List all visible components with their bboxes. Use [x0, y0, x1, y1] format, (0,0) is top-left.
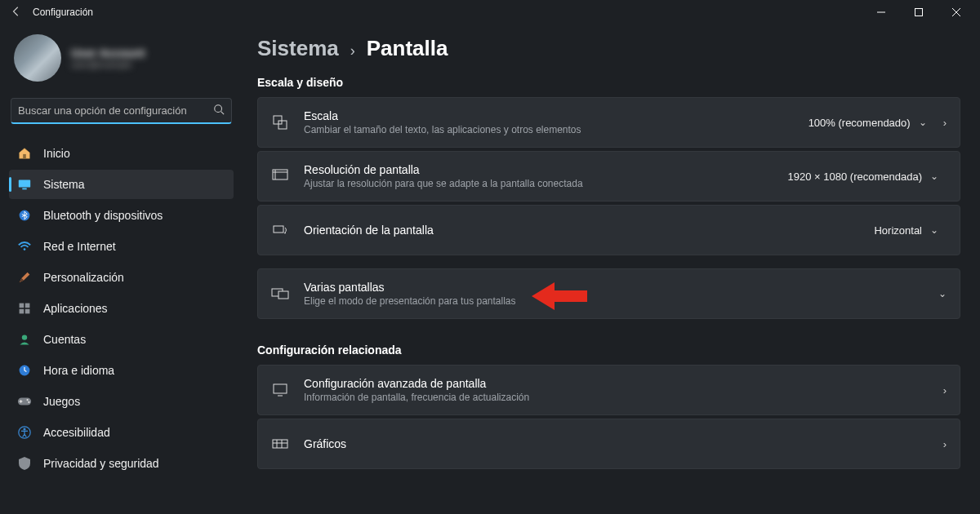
svg-rect-13	[20, 309, 24, 314]
wifi-icon	[17, 239, 32, 254]
monitor-icon	[271, 383, 289, 397]
orientation-dropdown[interactable]: Horizontal ⌄	[866, 220, 947, 241]
svg-rect-1	[915, 9, 923, 16]
section-scale-title: Escala y diseño	[257, 76, 960, 89]
brush-icon	[17, 270, 32, 285]
scale-icon	[271, 114, 289, 131]
chevron-right-icon[interactable]: ›	[943, 438, 947, 450]
svg-rect-6	[23, 154, 26, 158]
card-sub: Cambiar el tamaño del texto, las aplicac…	[304, 124, 786, 135]
svg-rect-14	[25, 309, 30, 314]
sidebar-item-time[interactable]: Hora e idioma	[9, 356, 234, 385]
bluetooth-icon	[17, 208, 32, 223]
displays-icon	[271, 286, 289, 301]
card-sub: Información de pantalla, frecuencia de a…	[304, 392, 929, 403]
profile-block[interactable]: User Account user@example	[9, 31, 234, 93]
svg-point-10	[24, 248, 26, 250]
sidebar-item-gaming[interactable]: Juegos	[9, 387, 234, 416]
resolution-card[interactable]: Resolución de pantalla Ajustar la resolu…	[257, 151, 960, 202]
card-title: Configuración avanzada de pantalla	[304, 377, 929, 390]
card-sub: Elige el modo de presentación para tus p…	[304, 295, 924, 307]
sidebar-item-system[interactable]: Sistema	[9, 170, 234, 199]
svg-point-21	[23, 428, 25, 430]
sidebar-item-label: Sistema	[43, 178, 85, 191]
advanced-display-card[interactable]: Configuración avanzada de pantalla Infor…	[257, 365, 960, 415]
profile-sub: user@example	[71, 60, 145, 69]
titlebar: Configuración	[0, 0, 980, 24]
breadcrumb-current: Pantalla	[367, 36, 448, 61]
card-title: Escala	[304, 109, 786, 122]
chevron-down-icon: ⌄	[930, 224, 938, 236]
sidebar-item-personalization[interactable]: Personalización	[9, 263, 234, 292]
chevron-right-icon: ›	[350, 42, 355, 60]
sidebar-item-privacy[interactable]: Privacidad y seguridad	[9, 449, 234, 478]
sidebar-item-label: Bluetooth y dispositivos	[43, 209, 163, 222]
sidebar-item-label: Inicio	[43, 147, 70, 160]
apps-icon	[17, 301, 32, 316]
orientation-card[interactable]: Orientación de la pantalla Horizontal ⌄	[257, 205, 960, 255]
back-button[interactable]	[5, 6, 28, 20]
svg-point-4	[215, 104, 222, 112]
minimize-button[interactable]	[862, 0, 900, 24]
chevron-down-icon[interactable]: ⌄	[938, 288, 947, 299]
card-sub: Ajustar la resolución para que se adapte…	[304, 178, 765, 189]
window-title: Configuración	[33, 7, 93, 18]
search-input[interactable]	[18, 104, 213, 117]
sidebar-item-accounts[interactable]: Cuentas	[9, 325, 234, 354]
sidebar-item-label: Privacidad y seguridad	[43, 457, 159, 470]
resolution-dropdown[interactable]: 1920 × 1080 (recomendada) ⌄	[780, 166, 947, 187]
multiple-displays-card[interactable]: Varias pantallas Elige el modo de presen…	[257, 268, 960, 319]
breadcrumb: Sistema › Pantalla	[257, 36, 960, 61]
search-icon	[213, 104, 225, 118]
close-button[interactable]	[938, 0, 975, 24]
section-related-title: Configuración relacionada	[257, 343, 960, 357]
chevron-down-icon: ⌄	[919, 117, 927, 128]
sidebar-item-label: Juegos	[43, 395, 80, 408]
person-icon	[17, 332, 32, 347]
svg-rect-11	[20, 304, 24, 308]
dropdown-value: 100% (recomendado)	[808, 117, 911, 129]
sidebar-item-label: Aplicaciones	[43, 302, 108, 315]
gamepad-icon	[17, 394, 32, 409]
svg-rect-32	[273, 440, 287, 448]
profile-name: User Account	[71, 47, 145, 60]
sidebar-item-label: Personalización	[43, 271, 124, 284]
svg-rect-27	[274, 226, 283, 233]
search-box[interactable]	[11, 98, 232, 124]
breadcrumb-parent[interactable]: Sistema	[257, 36, 339, 61]
card-title: Resolución de pantalla	[304, 163, 765, 176]
dropdown-value: 1920 × 1080 (recomendada)	[788, 171, 922, 183]
maximize-button[interactable]	[900, 0, 938, 24]
svg-rect-30	[274, 384, 287, 393]
sidebar: User Account user@example Inicio Sistema…	[0, 24, 243, 514]
shield-icon	[17, 456, 32, 471]
avatar	[14, 34, 61, 82]
sidebar-item-label: Accesibilidad	[43, 426, 110, 439]
main-content: Sistema › Pantalla Escala y diseño Escal…	[243, 24, 980, 514]
sidebar-item-apps[interactable]: Aplicaciones	[9, 294, 234, 323]
graphics-card[interactable]: Gráficos ›	[257, 419, 960, 469]
sidebar-item-home[interactable]: Inicio	[9, 139, 234, 168]
dropdown-value: Horizontal	[874, 224, 922, 237]
home-icon	[17, 146, 32, 161]
svg-rect-12	[25, 304, 30, 308]
scale-dropdown[interactable]: 100% (recomendado) ⌄	[800, 113, 935, 133]
card-title: Gráficos	[304, 437, 929, 450]
system-icon	[17, 177, 32, 192]
scale-card[interactable]: Escala Cambiar el tamaño del texto, las …	[257, 97, 960, 148]
svg-point-19	[28, 401, 29, 403]
annotation-arrow-icon	[532, 282, 587, 310]
clock-icon	[17, 363, 32, 378]
chevron-right-icon[interactable]: ›	[943, 117, 947, 129]
sidebar-item-network[interactable]: Red e Internet	[9, 232, 234, 261]
accessibility-icon	[17, 425, 32, 440]
sidebar-item-bluetooth[interactable]: Bluetooth y dispositivos	[9, 201, 234, 230]
sidebar-item-label: Red e Internet	[43, 240, 116, 253]
svg-rect-7	[19, 180, 30, 188]
sidebar-item-accessibility[interactable]: Accesibilidad	[9, 418, 234, 447]
orientation-icon	[271, 223, 289, 237]
chevron-right-icon[interactable]: ›	[943, 384, 947, 397]
svg-point-15	[22, 335, 27, 339]
svg-rect-8	[22, 188, 26, 190]
card-title: Varias pantallas	[304, 281, 924, 294]
